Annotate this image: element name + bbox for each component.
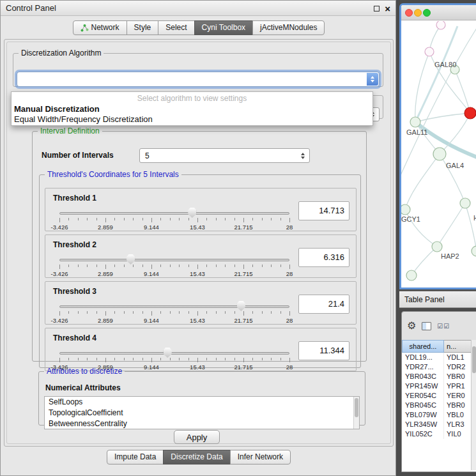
slider-tick (280, 218, 281, 220)
number-of-intervals-label: Number of Intervals (42, 151, 114, 160)
network-node[interactable] (406, 270, 417, 280)
numerical-attributes-list[interactable]: SelfLoopsTopologicalCoefficientBetweenne… (44, 396, 360, 429)
algorithm-combobox[interactable] (17, 72, 380, 87)
table-row[interactable]: YLR345WYLR3 (402, 420, 476, 429)
slider-thumb[interactable] (164, 348, 172, 358)
apply-button[interactable]: Apply (174, 430, 220, 444)
slider-thumb[interactable] (237, 301, 245, 311)
table-row[interactable]: YBL079WYBL0 (402, 410, 476, 420)
slider-tick (142, 265, 143, 267)
gear-icon[interactable]: ⚙ (407, 321, 416, 331)
slider-tick (289, 311, 290, 316)
attribute-item[interactable]: TopologicalCoefficient (45, 408, 359, 418)
table-row[interactable]: YBR045CYBR0 (402, 401, 476, 410)
slider-tick-labels: -3.4262.8599.14415.4321.71528 (59, 270, 289, 277)
network-node[interactable] (410, 117, 420, 127)
attribute-item[interactable]: BetweennessCentrality (45, 418, 359, 429)
slider-tick (197, 265, 198, 269)
close-button[interactable] (405, 9, 413, 17)
slider-tick (59, 358, 60, 362)
network-node[interactable] (464, 107, 476, 119)
table-row[interactable]: YBR043CYBR0 (402, 372, 476, 381)
interval-definition-group: Interval Definition Number of Intervals … (32, 127, 367, 362)
control-panel-window: Control Panel × Network Style Select Cyn… (0, 0, 396, 476)
table-row[interactable]: YDR27...YDR2 (402, 362, 476, 372)
tab-style[interactable]: Style (127, 20, 159, 35)
tab-impute-data[interactable]: Impute Data (107, 450, 164, 464)
scrollbar[interactable] (471, 340, 476, 470)
threshold-slider[interactable]: -3.4262.8599.14415.4321.71528 (59, 209, 289, 231)
table-toolbar: ⚙ ☑☑ (402, 312, 476, 340)
threshold-slider[interactable]: -3.4262.8599.14415.4321.71528 (59, 256, 289, 277)
tick-label: 21.715 (234, 224, 252, 231)
network-node[interactable] (433, 148, 446, 160)
tab-network[interactable]: Network (73, 20, 127, 35)
slider-track[interactable] (59, 212, 289, 215)
table-row[interactable]: YPR145WYPR1 (402, 381, 476, 391)
table-row[interactable]: YIL052CYIL0 (402, 429, 476, 439)
scrollbar[interactable] (353, 397, 359, 429)
slider-track[interactable] (59, 352, 289, 355)
slider-tick (216, 218, 217, 220)
threshold-value-field[interactable]: 14.713 (298, 201, 349, 220)
table-row[interactable]: YER054CYER0 (402, 391, 476, 401)
network-canvas[interactable]: GAL80GAL11GAL4GCY1HHAP2 (401, 21, 476, 288)
threshold-value-field[interactable]: 6.316 (298, 248, 349, 267)
numerical-attributes-label: Numerical Attributes (45, 383, 121, 392)
slider-track[interactable] (59, 259, 289, 261)
tab-discretize-data[interactable]: Discretize Data (163, 450, 230, 464)
table-cell: YBL079W (402, 410, 444, 420)
dropdown-item-equal-width-frequency[interactable]: Equal Width/Frequency Discretization (12, 114, 372, 125)
slider-tick (160, 218, 161, 220)
threshold-value-field[interactable]: 21.4 (298, 295, 349, 314)
slider-track[interactable] (59, 305, 289, 308)
combo-stepper-icon[interactable] (298, 149, 307, 162)
columns-icon[interactable] (422, 322, 431, 330)
tab-jactivemnodules[interactable]: jActiveMNodules (252, 20, 325, 35)
table-cell: YBR045C (402, 401, 444, 410)
dropdown-item-manual-discretization[interactable]: Manual Discretization (12, 104, 372, 114)
zoom-button[interactable] (423, 9, 431, 17)
scrollbar-thumb[interactable] (472, 346, 476, 373)
tab-infer-network[interactable]: Infer Network (230, 450, 291, 464)
network-node[interactable] (436, 21, 445, 29)
slider-tick (271, 218, 272, 220)
float-window-icon[interactable] (374, 6, 380, 12)
network-node[interactable] (472, 246, 476, 256)
threshold-panel: Threshold 3 21.4 -3.4262.8599.14415.4321… (45, 281, 357, 325)
tab-select[interactable]: Select (158, 20, 194, 35)
slider-thumb[interactable] (188, 208, 196, 218)
slider-thumb[interactable] (127, 254, 135, 265)
slider-tick (206, 265, 207, 267)
network-node[interactable] (460, 198, 470, 208)
threshold-value-field[interactable]: 11.344 (298, 341, 349, 360)
combo-stepper-icon[interactable] (367, 73, 378, 86)
slider-tick (289, 265, 290, 269)
titlebar[interactable]: Control Panel × (1, 1, 395, 16)
scrollbar-thumb[interactable] (355, 398, 358, 417)
close-icon[interactable]: × (385, 4, 390, 13)
slider-tick (243, 358, 244, 362)
attribute-item[interactable]: SelfLoops (45, 397, 359, 408)
tab-cyni-toolbox[interactable]: Cyni Toolbox (194, 20, 253, 35)
number-of-intervals-combobox[interactable]: 5 (139, 148, 310, 163)
combo-value: 5 (145, 149, 295, 162)
slider-tick (252, 265, 253, 267)
slider-tick (114, 265, 115, 267)
column-header-shared-name[interactable]: shared... (402, 340, 444, 353)
threshold-panel: Threshold 2 6.316 -3.4262.8599.14415.432… (45, 234, 357, 278)
group-title: Threshold's Coordinates for 5 Intervals (45, 170, 181, 179)
slider-tick (114, 218, 115, 220)
network-node[interactable] (401, 204, 410, 215)
network-window-titlebar[interactable] (401, 5, 476, 20)
table-body[interactable]: YDL19...YDL1YDR27...YDR2YBR043CYBR0YPR14… (402, 353, 476, 472)
minimize-button[interactable] (414, 9, 422, 17)
threshold-slider[interactable]: -3.4262.8599.14415.4321.71528 (59, 302, 289, 324)
slider-tick (271, 311, 272, 314)
network-node[interactable] (432, 242, 442, 252)
table-panel-header[interactable]: Table Panel (399, 291, 476, 308)
network-node[interactable] (425, 47, 434, 56)
slider-tick (78, 265, 79, 267)
table-row[interactable]: YDL19...YDL1 (402, 353, 476, 362)
select-columns-icons[interactable]: ☑☑ (437, 323, 450, 330)
